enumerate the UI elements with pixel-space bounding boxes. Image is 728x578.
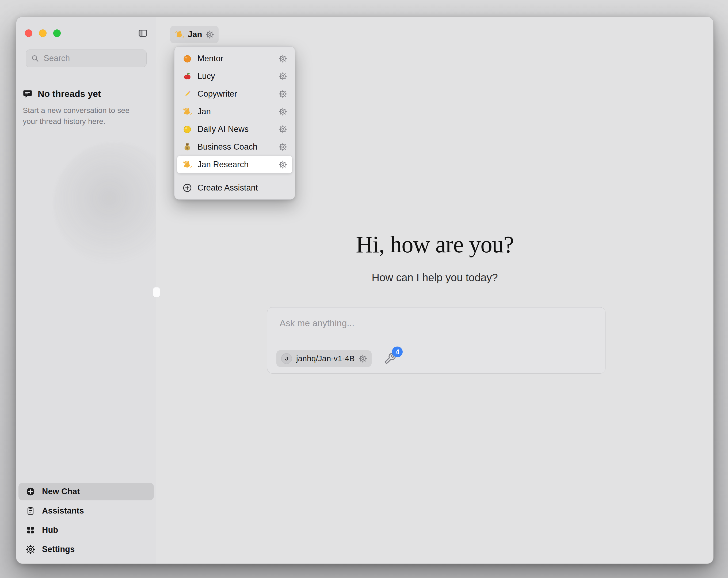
grid-icon — [26, 526, 35, 535]
assistant-name: Jan — [198, 107, 274, 117]
model-name: janhq/Jan-v1-4B — [296, 354, 355, 363]
assistant-menu-item-jan[interactable]: Jan — [177, 103, 292, 120]
window-controls — [25, 29, 61, 37]
gear-icon[interactable] — [279, 125, 287, 133]
sidebar-item-label: New Chat — [42, 487, 80, 496]
sidebar-item-assistants[interactable]: Assistants — [19, 502, 154, 520]
panel-icon — [137, 28, 148, 38]
assistant-name: Daily AI News — [198, 124, 274, 134]
grip-icon — [155, 289, 158, 295]
assistant-menu-item-business-coach[interactable]: Business Coach — [177, 138, 292, 156]
empty-state-description: Start a new conversation to see your thr… — [23, 105, 138, 127]
gear-icon[interactable] — [279, 143, 287, 151]
sidebar-item-settings[interactable]: Settings — [19, 541, 154, 558]
assistant-name: Business Coach — [198, 142, 274, 152]
assistant-name: Copywriter — [198, 89, 274, 99]
pencil-icon — [182, 89, 192, 99]
chat-bubble-icon — [23, 89, 32, 99]
search-icon — [31, 54, 39, 62]
desktop-background: No threads yet Start a new conversation … — [0, 0, 728, 578]
sidebar-item-label: Settings — [42, 545, 75, 554]
greeting-title: Hi, how are you? — [156, 231, 713, 258]
app-window: No threads yet Start a new conversation … — [16, 17, 713, 564]
create-assistant-button[interactable]: Create Assistant — [177, 179, 292, 197]
main-area: Jan MentorLucyCopywriterJanDaily AI News… — [156, 17, 713, 563]
close-window-button[interactable] — [25, 29, 32, 37]
composer-toolbar: J janhq/Jan-v1-4B 4 — [277, 350, 397, 367]
wave-icon — [175, 30, 184, 39]
assistant-menu-item-copywriter[interactable]: Copywriter — [177, 85, 292, 103]
assistant-menu-item-daily-ai-news[interactable]: Daily AI News — [177, 120, 292, 138]
search-field[interactable] — [26, 50, 147, 67]
model-selector[interactable]: J janhq/Jan-v1-4B — [277, 350, 372, 367]
sidebar-item-new-chat[interactable]: New Chat — [19, 483, 154, 500]
assistant-name: Mentor — [198, 54, 274, 64]
wave-icon — [182, 160, 192, 169]
search-input[interactable] — [43, 53, 141, 64]
sidebar-toggle-button[interactable] — [137, 28, 149, 39]
wave-icon — [182, 107, 192, 117]
sidebar: No threads yet Start a new conversation … — [16, 17, 156, 563]
model-avatar: J — [281, 353, 292, 364]
gear-icon[interactable] — [206, 30, 214, 39]
gear-icon[interactable] — [359, 355, 367, 362]
assistant-menu-item-mentor[interactable]: Mentor — [177, 50, 292, 68]
assistant-name: Jan Research — [198, 160, 274, 169]
minimize-window-button[interactable] — [39, 29, 47, 37]
assistant-switcher-label: Jan — [188, 30, 202, 39]
menu-separator — [175, 176, 295, 176]
gear-icon[interactable] — [279, 107, 287, 116]
yellow-circle-icon — [182, 124, 192, 134]
money-bag-icon — [182, 142, 192, 152]
clipboard-icon — [26, 506, 35, 516]
greeting-subtitle: How can I help you today? — [156, 272, 713, 284]
empty-state: No threads yet Start a new conversation … — [23, 89, 138, 127]
gear-icon[interactable] — [279, 90, 287, 98]
assistant-name: Lucy — [198, 71, 274, 81]
assistant-menu-list: MentorLucyCopywriterJanDaily AI NewsBusi… — [175, 50, 295, 173]
create-assistant-label: Create Assistant — [198, 183, 287, 193]
plus-circle-icon — [182, 183, 192, 193]
sidebar-item-label: Assistants — [42, 506, 84, 516]
sidebar-nav: New ChatAssistantsHubSettings — [19, 483, 154, 558]
assistant-switcher-button[interactable]: Jan — [170, 26, 218, 43]
gear-icon[interactable] — [279, 55, 287, 62]
zoom-window-button[interactable] — [53, 29, 61, 37]
tools-count-badge: 4 — [392, 347, 402, 357]
empty-state-title: No threads yet — [38, 89, 101, 99]
assistant-menu: MentorLucyCopywriterJanDaily AI NewsBusi… — [174, 46, 295, 200]
assistant-menu-item-lucy[interactable]: Lucy — [177, 68, 292, 85]
composer: J janhq/Jan-v1-4B 4 — [267, 307, 605, 374]
assistant-menu-item-jan-research[interactable]: Jan Research — [177, 156, 292, 173]
sidebar-resize-handle[interactable] — [153, 287, 160, 297]
chat-input[interactable] — [279, 316, 593, 330]
apple-icon — [182, 71, 192, 81]
sidebar-item-hub[interactable]: Hub — [19, 521, 154, 539]
gear-icon[interactable] — [279, 72, 287, 80]
gear-icon — [26, 545, 35, 554]
gear-icon[interactable] — [279, 160, 287, 169]
orange-icon — [182, 54, 192, 64]
sidebar-item-label: Hub — [42, 525, 58, 535]
plus-circle-icon — [26, 487, 35, 496]
tools-button[interactable]: 4 — [383, 352, 397, 365]
